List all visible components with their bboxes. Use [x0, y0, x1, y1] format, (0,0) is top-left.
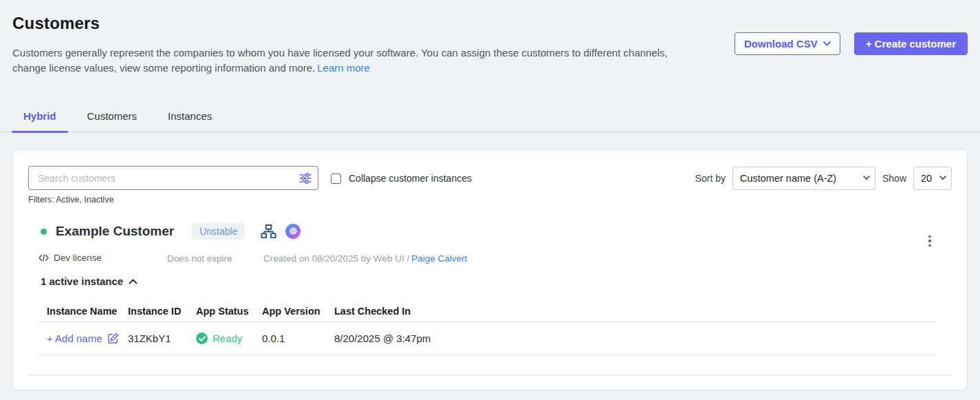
app-status-cell: Ready [196, 333, 262, 344]
instance-name-cell: + Add name [39, 333, 128, 344]
column-header-instance-id: Instance ID [128, 306, 196, 317]
instance-id-cell: 31ZKbY1 [128, 333, 196, 344]
column-header-instance-name: Instance Name [39, 306, 128, 317]
add-name-link[interactable]: + Add name [47, 333, 102, 344]
download-csv-label: Download CSV [744, 38, 818, 50]
collapse-instances-checkbox[interactable] [331, 173, 341, 184]
channel-badge: Unstable [192, 223, 245, 240]
tab-hybrid[interactable]: Hybrid [12, 103, 68, 131]
column-header-app-version: App Version [262, 306, 334, 317]
last-checked-in-cell: 8/20/2025 @ 3:47pm [334, 333, 936, 344]
filter-sliders-icon[interactable] [298, 171, 312, 185]
app-status-text: Ready [213, 333, 242, 344]
customers-page: Customers Customers generally represent … [0, 0, 980, 400]
created-by-link[interactable]: Paige Calvert [411, 253, 467, 264]
customer-group-divider [28, 375, 952, 375]
search-input[interactable] [28, 166, 318, 190]
ready-check-icon [196, 333, 208, 344]
tab-customers[interactable]: Customers [76, 103, 149, 131]
license-type: Dev license [39, 253, 102, 263]
learn-more-link[interactable]: Learn more [317, 62, 370, 74]
sort-select[interactable]: Customer name (A-Z) [732, 167, 875, 190]
license-expiry: Does not expire [167, 253, 232, 264]
show-count-select[interactable]: 20 [913, 167, 952, 190]
chevron-down-icon [823, 41, 831, 46]
download-csv-button[interactable]: Download CSV [734, 32, 840, 55]
active-status-dot [41, 229, 47, 235]
customers-panel: Collapse customer instances Sort by Cust… [12, 149, 968, 390]
license-type-label: Dev license [54, 253, 102, 263]
show-label: Show [882, 173, 906, 184]
chevron-up-icon [129, 279, 138, 284]
sitemap-icon [261, 224, 276, 240]
collapse-instances-control: Collapse customer instances [331, 167, 472, 190]
kubernetes-icon: ☸ [285, 224, 301, 239]
table-row: + Add name 31ZKbY1 Ready 0.0.1 [39, 322, 936, 355]
tab-instances[interactable]: Instances [156, 103, 224, 131]
instances-toggle[interactable]: 1 active instance [41, 275, 138, 287]
column-header-app-status: App Status [196, 306, 262, 317]
create-customer-label: + Create customer [866, 38, 956, 50]
created-on-text: Created on 08/20/2025 by Web UI /Paige C… [263, 253, 467, 264]
instances-table: Instance Name Instance ID App Status App… [39, 306, 936, 355]
app-version-cell: 0.0.1 [262, 333, 334, 344]
customer-header: Example Customer Unstable ☸ [41, 223, 301, 240]
license-row: Dev license Does not expire Created on 0… [39, 253, 946, 265]
edit-icon[interactable] [107, 333, 119, 344]
customer-name-link[interactable]: Example Customer [56, 224, 174, 239]
tab-bar: Hybrid Customers Instances [0, 103, 980, 132]
sort-by-label: Sort by [695, 173, 726, 184]
page-title: Customers [12, 14, 100, 33]
code-icon [39, 253, 49, 262]
create-customer-button[interactable]: + Create customer [854, 32, 968, 55]
search-box [28, 166, 318, 190]
active-filters-label: Filters: Active, Inactive [28, 195, 113, 204]
page-description: Customers generally represent the compan… [12, 45, 676, 76]
kebab-menu-icon[interactable] [924, 233, 935, 249]
sort-controls: Sort by Customer name (A-Z) Show 20 [695, 167, 952, 190]
table-header-row: Instance Name Instance ID App Status App… [39, 306, 936, 322]
instances-summary: 1 active instance [41, 275, 123, 287]
collapse-instances-label: Collapse customer instances [349, 173, 472, 184]
column-header-last-checked-in: Last Checked In [334, 306, 936, 317]
header-actions: Download CSV + Create customer [734, 32, 968, 55]
